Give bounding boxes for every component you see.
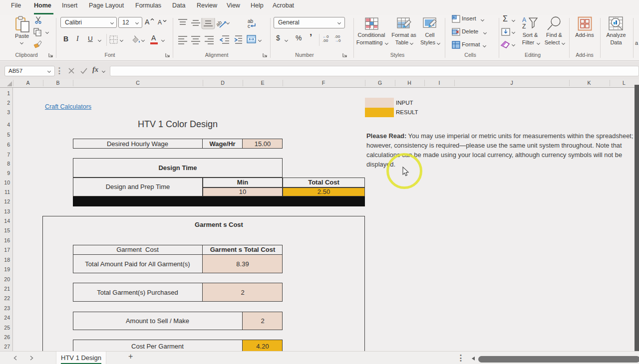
svg-text:A: A [522,16,526,23]
svg-text:c: c [248,23,250,28]
svg-text:Z: Z [522,23,526,29]
svg-text:ab: ab [215,19,223,27]
